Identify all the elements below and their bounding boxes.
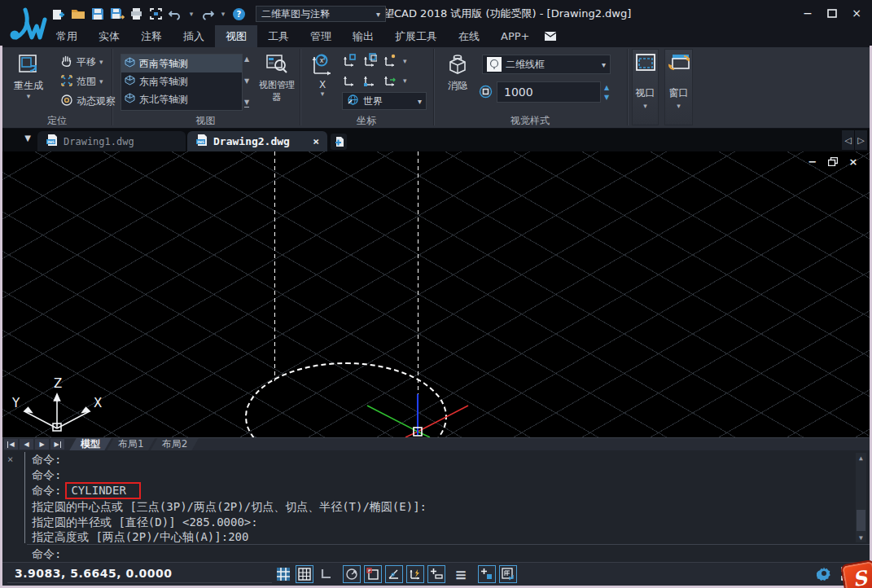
view-item-ne-isometric[interactable]: 东北等轴测 — [121, 90, 242, 108]
lineweight-icon[interactable]: ≡ — [452, 565, 470, 583]
layout-next-icon[interactable]: ▶ — [35, 439, 49, 450]
command-line-panel[interactable]: × 命令: 命令: 命令:CYLINDER 指定圆的中心点或 [三点(3P)/两… — [2, 450, 870, 562]
ucs-select[interactable]: 世界 ▾ — [342, 92, 427, 110]
tab-solid[interactable]: 实体 — [88, 25, 130, 47]
minimize-icon[interactable]: − — [799, 5, 817, 21]
open-folder-icon[interactable] — [70, 7, 85, 22]
zwcad-logo-icon[interactable] — [5, 2, 47, 46]
layout-first-icon[interactable]: ◀ — [4, 439, 18, 450]
snap-icon[interactable] — [274, 565, 292, 583]
viewport-icon — [635, 53, 656, 75]
view-item-sw-isometric[interactable]: 西南等轴测 — [121, 55, 242, 72]
divider — [27, 544, 870, 545]
ucs-origin-icon[interactable] — [362, 72, 377, 90]
scroll-down-icon[interactable]: ▼ — [856, 533, 866, 542]
maximize-icon[interactable] — [823, 5, 841, 21]
tab-app-plus[interactable]: APP+ — [490, 25, 540, 47]
ucs-object-icon[interactable] — [362, 53, 377, 70]
annotation-scale-icon[interactable] — [499, 565, 517, 583]
ucs-rotate-x-button[interactable]: x X ▾ — [308, 50, 337, 97]
scroll-last-icon[interactable]: ▼ — [244, 99, 249, 108]
command-scrollbar[interactable]: ▲ ▼ — [856, 453, 866, 542]
spinner-down-icon[interactable]: ▼ — [604, 94, 609, 101]
ucs-rotate-x-icon: x — [310, 52, 335, 79]
tab-close-icon[interactable]: × — [313, 135, 319, 147]
tab-output[interactable]: 输出 — [342, 25, 384, 47]
grid-display-icon[interactable] — [296, 565, 313, 583]
ucs-world-icon[interactable] — [383, 53, 397, 70]
tab-scroll-left-icon[interactable]: ◁ — [842, 130, 854, 150]
pan-button[interactable]: 平移 ▾ — [60, 53, 103, 71]
scroll-up-icon[interactable]: ▲ — [244, 55, 249, 64]
view-item-se-isometric[interactable]: 东南等轴测 — [121, 72, 242, 90]
new-tab-icon[interactable] — [331, 134, 347, 150]
doc-tab-drawing2[interactable]: DWG Drawing2.dwg × — [187, 131, 327, 151]
tab-scroll-right-icon[interactable]: ▷ — [855, 130, 867, 150]
polar-tracking-icon[interactable] — [343, 565, 361, 583]
settings-gear-icon[interactable] — [817, 566, 831, 583]
orbit-button[interactable]: 动态观察 — [60, 92, 116, 110]
layout-prev-icon[interactable]: ◀ — [20, 439, 33, 450]
chevron-down-icon[interactable]: ▾ — [403, 57, 407, 65]
redo-chevron-down-icon[interactable]: ▾ — [219, 10, 227, 18]
workspace-select[interactable]: 二维草图与注释 ▾ — [256, 6, 386, 22]
doc-tabs-chevron-down-icon[interactable]: ▼ — [20, 134, 36, 143]
ucs-z-axis-icon[interactable] — [383, 72, 397, 90]
scroll-up-icon[interactable]: ▲ — [856, 453, 866, 463]
scroll-down-icon[interactable]: ▼ — [244, 77, 249, 86]
tab-express-tools[interactable]: 扩展工具 — [384, 25, 448, 47]
mail-icon[interactable] — [540, 25, 561, 47]
dynamic-input-icon[interactable] — [427, 565, 445, 583]
redo-icon[interactable] — [199, 7, 215, 22]
object-snap-icon[interactable] — [364, 565, 382, 583]
coordinates-readout[interactable]: 3.9083, 5.6645, 0.0000 — [15, 567, 172, 580]
visual-style-select[interactable]: 二维线框 ▾ — [482, 55, 611, 74]
command-close-icon[interactable]: × — [7, 454, 13, 465]
ucs-axes-icon: Z Y X — [7, 373, 109, 434]
doc-tab-drawing1[interactable]: DWG Drawing1.dwg — [37, 131, 186, 151]
help-icon[interactable]: ? — [231, 7, 247, 22]
tab-insert[interactable]: 插入 — [173, 25, 215, 47]
viewport-button[interactable]: 视口 ▾ — [632, 49, 659, 125]
zoom-extents-button[interactable]: 范围 ▾ — [60, 72, 103, 90]
isolines-input[interactable] — [497, 81, 601, 103]
new-file-icon[interactable] — [50, 7, 66, 22]
annotation-visibility-icon[interactable] — [478, 565, 496, 583]
ucs-named-icon[interactable] — [342, 53, 357, 70]
undo-icon[interactable] — [168, 7, 183, 22]
doc-close-icon[interactable]: × — [847, 155, 860, 168]
doc-minimize-icon[interactable]: − — [806, 155, 819, 168]
spinner-up-icon[interactable]: ▲ — [604, 85, 609, 91]
close-icon[interactable]: × — [848, 5, 865, 21]
window-button[interactable]: 窗口 ▾ — [664, 49, 693, 125]
save-as-icon[interactable] — [109, 7, 125, 22]
tab-home[interactable]: 常用 — [46, 25, 88, 47]
doc-restore-icon[interactable] — [826, 155, 839, 168]
print-icon[interactable] — [129, 7, 144, 22]
regen-icon — [16, 52, 41, 79]
tab-online[interactable]: 在线 — [448, 25, 490, 47]
command-prompt[interactable]: 命令: — [32, 547, 61, 562]
layout-tab-layout2[interactable]: 布局2 — [151, 438, 199, 451]
drawing-canvas[interactable]: − × — [2, 151, 870, 437]
undo-chevron-down-icon[interactable]: ▾ — [187, 10, 195, 18]
tab-annotate[interactable]: 注释 — [130, 25, 173, 47]
hide-button[interactable]: 消隐 — [440, 50, 475, 93]
layout-tab-model[interactable]: 模型 — [69, 438, 112, 451]
scrollbar-thumb[interactable] — [857, 510, 865, 531]
save-icon[interactable] — [90, 7, 105, 22]
dynamic-ucs-icon[interactable] — [406, 565, 424, 583]
ortho-icon[interactable] — [317, 565, 335, 583]
chevron-down-icon[interactable]: ▾ — [403, 77, 407, 85]
layout-tab-layout1[interactable]: 布局1 — [107, 438, 156, 451]
clean-screen-icon[interactable] — [148, 7, 164, 22]
tab-manage[interactable]: 管理 — [300, 25, 342, 47]
object-snap-tracking-icon[interactable] — [385, 565, 403, 583]
ucs-previous-icon[interactable] — [342, 72, 357, 90]
tab-view[interactable]: 视图 — [215, 25, 257, 47]
tab-tools[interactable]: 工具 — [257, 25, 300, 47]
regen-button[interactable]: 重生成 ▾ — [7, 50, 50, 99]
ucs-z-label: Z — [54, 376, 62, 391]
view-manager-button[interactable]: 视图管理器 — [256, 50, 298, 103]
layout-last-icon[interactable]: ▶ — [50, 439, 64, 450]
